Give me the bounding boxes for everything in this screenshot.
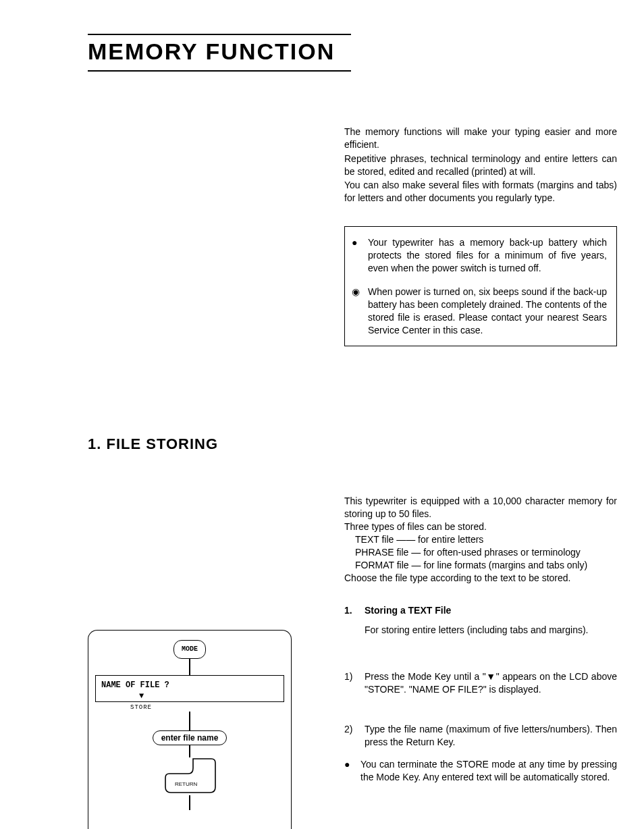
- file-type-text: TEXT file —— for entire letters: [355, 533, 617, 546]
- section1-intro-3: Choose the file type according to the te…: [344, 572, 617, 585]
- store-terminate-note: You can terminate the STORE mode at any …: [360, 758, 617, 784]
- note-box: ● Your typewriter has a memory back-up b…: [344, 226, 617, 346]
- step-1-text: Press the Mode Key until a "▼" appears o…: [365, 670, 617, 696]
- store-label: STORE: [95, 703, 284, 712]
- bullet-target-icon: ◉: [352, 286, 368, 337]
- section1-intro-2: Three types of files can be stored.: [344, 520, 617, 533]
- step-2-number: 2): [344, 723, 365, 749]
- intro-block: The memory functions will make your typi…: [344, 126, 617, 205]
- section1-intro-1: This typewriter is equipped with a 10,00…: [344, 495, 617, 520]
- intro-p3: You can also make several files with for…: [344, 179, 617, 205]
- note-2: When power is turned on, six beeps sound…: [368, 286, 607, 337]
- intro-p1: The memory functions will make your typi…: [344, 126, 617, 151]
- step-2-text: Type the file name (maximum of five lett…: [365, 723, 617, 749]
- bullet-solid-icon: ●: [352, 236, 368, 275]
- procedure-diagram: MODE NAME OF FILE ? ▼ STORE enter file n…: [88, 630, 292, 829]
- bullet-solid-icon: ●: [344, 758, 360, 784]
- page-title: MEMORY FUNCTION: [88, 34, 351, 72]
- return-key-icon: RETURN: [163, 757, 217, 795]
- intro-p2: Repetitive phrases, technical terminolog…: [344, 153, 617, 178]
- step-1-number: 1): [344, 670, 365, 696]
- subsection-heading: 1.Storing a TEXT File: [344, 604, 617, 617]
- lcd-display: NAME OF FILE ? ▼: [95, 675, 284, 702]
- mode-key-icon: MODE: [173, 640, 206, 659]
- note-1: Your typewriter has a memory back-up bat…: [368, 236, 607, 275]
- file-type-format: FORMAT file — for line formats (margins …: [355, 559, 617, 572]
- file-type-list: TEXT file —— for entire letters PHRASE f…: [344, 533, 617, 572]
- enter-file-name-label: enter file name: [153, 730, 227, 745]
- section-1-heading: 1. FILE STORING: [88, 434, 617, 454]
- subsection-desc: For storing entire letters (including ta…: [365, 624, 617, 637]
- down-arrow-icon: ▼: [139, 692, 278, 700]
- file-type-phrase: PHRASE file — for often-used phrases or …: [355, 546, 617, 559]
